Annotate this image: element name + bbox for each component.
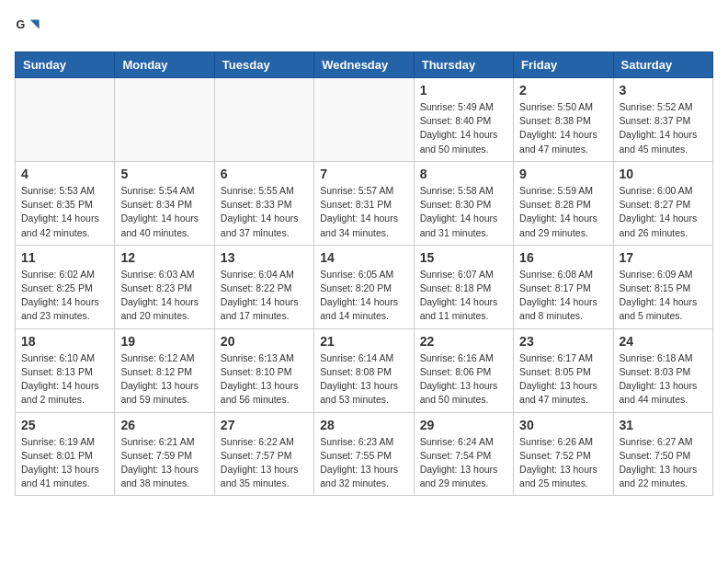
calendar-week-5: 25Sunrise: 6:19 AM Sunset: 8:01 PM Dayli… xyxy=(16,412,713,496)
day-info: Sunrise: 6:10 AM Sunset: 8:13 PM Dayligh… xyxy=(21,351,108,408)
day-info: Sunrise: 5:49 AM Sunset: 8:40 PM Dayligh… xyxy=(420,100,507,156)
day-number: 15 xyxy=(420,250,507,265)
day-number: 17 xyxy=(620,250,707,265)
day-number: 2 xyxy=(519,83,607,98)
calendar-cell: 1Sunrise: 5:49 AM Sunset: 8:40 PM Daylig… xyxy=(414,78,513,162)
calendar-cell: 5Sunrise: 5:54 AM Sunset: 8:34 PM Daylig… xyxy=(115,161,214,245)
calendar-cell: 11Sunrise: 6:02 AM Sunset: 8:25 PM Dayli… xyxy=(16,245,115,328)
day-info: Sunrise: 6:07 AM Sunset: 8:18 PM Dayligh… xyxy=(420,268,507,324)
calendar-cell: 28Sunrise: 6:23 AM Sunset: 7:55 PM Dayli… xyxy=(314,412,414,496)
day-number: 4 xyxy=(21,167,108,181)
calendar-cell: 18Sunrise: 6:10 AM Sunset: 8:13 PM Dayli… xyxy=(16,328,115,412)
day-info: Sunrise: 5:59 AM Sunset: 8:28 PM Dayligh… xyxy=(519,184,607,240)
calendar-cell: 13Sunrise: 6:04 AM Sunset: 8:22 PM Dayli… xyxy=(214,245,313,328)
day-number: 1 xyxy=(420,83,507,98)
day-info: Sunrise: 6:14 AM Sunset: 8:08 PM Dayligh… xyxy=(320,351,407,408)
day-number: 9 xyxy=(519,167,607,181)
day-info: Sunrise: 6:16 AM Sunset: 8:06 PM Dayligh… xyxy=(420,351,507,408)
calendar-cell: 6Sunrise: 5:55 AM Sunset: 8:33 PM Daylig… xyxy=(214,161,313,245)
header-tuesday: Tuesday xyxy=(214,52,313,78)
day-number: 10 xyxy=(620,167,707,181)
calendar-cell: 22Sunrise: 6:16 AM Sunset: 8:06 PM Dayli… xyxy=(414,328,513,412)
calendar-cell: 31Sunrise: 6:27 AM Sunset: 7:50 PM Dayli… xyxy=(613,412,712,496)
calendar-cell: 23Sunrise: 6:17 AM Sunset: 8:05 PM Dayli… xyxy=(514,328,613,412)
day-info: Sunrise: 6:02 AM Sunset: 8:25 PM Dayligh… xyxy=(21,268,108,324)
calendar-cell: 8Sunrise: 5:58 AM Sunset: 8:30 PM Daylig… xyxy=(414,161,513,245)
day-number: 28 xyxy=(320,418,407,432)
calendar-header-row: SundayMondayTuesdayWednesdayThursdayFrid… xyxy=(16,52,713,78)
calendar-cell: 24Sunrise: 6:18 AM Sunset: 8:03 PM Dayli… xyxy=(613,328,712,412)
calendar-cell: 30Sunrise: 6:26 AM Sunset: 7:52 PM Dayli… xyxy=(514,412,613,496)
calendar-cell: 2Sunrise: 5:50 AM Sunset: 8:38 PM Daylig… xyxy=(514,78,613,162)
day-info: Sunrise: 6:23 AM Sunset: 7:55 PM Dayligh… xyxy=(320,435,407,491)
day-number: 7 xyxy=(320,167,407,181)
calendar-cell xyxy=(214,78,313,162)
day-info: Sunrise: 6:08 AM Sunset: 8:17 PM Dayligh… xyxy=(519,268,607,324)
header-wednesday: Wednesday xyxy=(314,52,414,78)
day-info: Sunrise: 6:21 AM Sunset: 7:59 PM Dayligh… xyxy=(120,435,208,491)
logo: G xyxy=(15,15,44,40)
calendar-cell: 21Sunrise: 6:14 AM Sunset: 8:08 PM Dayli… xyxy=(314,328,414,412)
day-number: 31 xyxy=(620,418,707,432)
day-number: 18 xyxy=(21,334,108,349)
day-number: 25 xyxy=(21,418,108,432)
day-info: Sunrise: 6:27 AM Sunset: 7:50 PM Dayligh… xyxy=(620,435,707,491)
calendar-cell: 26Sunrise: 6:21 AM Sunset: 7:59 PM Dayli… xyxy=(115,412,214,496)
day-info: Sunrise: 6:13 AM Sunset: 8:10 PM Dayligh… xyxy=(221,351,308,408)
calendar-cell xyxy=(16,78,115,162)
calendar-week-1: 1Sunrise: 5:49 AM Sunset: 8:40 PM Daylig… xyxy=(16,78,713,162)
day-info: Sunrise: 6:12 AM Sunset: 8:12 PM Dayligh… xyxy=(120,351,208,408)
page-header: G xyxy=(15,15,713,40)
header-saturday: Saturday xyxy=(613,52,712,78)
day-info: Sunrise: 6:26 AM Sunset: 7:52 PM Dayligh… xyxy=(519,435,607,491)
day-info: Sunrise: 5:55 AM Sunset: 8:33 PM Dayligh… xyxy=(221,184,308,240)
header-friday: Friday xyxy=(514,52,613,78)
calendar-cell: 9Sunrise: 5:59 AM Sunset: 8:28 PM Daylig… xyxy=(514,161,613,245)
calendar-cell: 16Sunrise: 6:08 AM Sunset: 8:17 PM Dayli… xyxy=(514,245,613,328)
day-info: Sunrise: 6:24 AM Sunset: 7:54 PM Dayligh… xyxy=(420,435,507,491)
logo-icon: G xyxy=(15,15,40,40)
calendar-cell: 19Sunrise: 6:12 AM Sunset: 8:12 PM Dayli… xyxy=(115,328,214,412)
day-number: 23 xyxy=(519,334,607,349)
day-number: 19 xyxy=(120,334,208,349)
day-number: 21 xyxy=(320,334,407,349)
day-info: Sunrise: 6:18 AM Sunset: 8:03 PM Dayligh… xyxy=(620,351,707,408)
day-info: Sunrise: 5:54 AM Sunset: 8:34 PM Dayligh… xyxy=(120,184,208,240)
calendar-cell xyxy=(314,78,414,162)
day-number: 30 xyxy=(519,418,607,432)
day-info: Sunrise: 5:50 AM Sunset: 8:38 PM Dayligh… xyxy=(519,100,607,156)
svg-marker-1 xyxy=(30,20,40,29)
calendar-cell: 27Sunrise: 6:22 AM Sunset: 7:57 PM Dayli… xyxy=(214,412,313,496)
calendar-cell: 10Sunrise: 6:00 AM Sunset: 8:27 PM Dayli… xyxy=(613,161,712,245)
calendar-cell xyxy=(115,78,214,162)
header-sunday: Sunday xyxy=(16,52,115,78)
calendar-cell: 17Sunrise: 6:09 AM Sunset: 8:15 PM Dayli… xyxy=(613,245,712,328)
calendar-cell: 20Sunrise: 6:13 AM Sunset: 8:10 PM Dayli… xyxy=(214,328,313,412)
calendar-cell: 29Sunrise: 6:24 AM Sunset: 7:54 PM Dayli… xyxy=(414,412,513,496)
day-number: 13 xyxy=(221,250,308,265)
day-info: Sunrise: 5:52 AM Sunset: 8:37 PM Dayligh… xyxy=(620,100,707,156)
header-thursday: Thursday xyxy=(414,52,513,78)
day-number: 11 xyxy=(21,250,108,265)
day-info: Sunrise: 6:19 AM Sunset: 8:01 PM Dayligh… xyxy=(21,435,108,491)
calendar-cell: 15Sunrise: 6:07 AM Sunset: 8:18 PM Dayli… xyxy=(414,245,513,328)
day-number: 8 xyxy=(420,167,507,181)
day-info: Sunrise: 6:17 AM Sunset: 8:05 PM Dayligh… xyxy=(519,351,607,408)
day-number: 5 xyxy=(120,167,208,181)
day-number: 20 xyxy=(221,334,308,349)
day-number: 29 xyxy=(420,418,507,432)
day-info: Sunrise: 5:57 AM Sunset: 8:31 PM Dayligh… xyxy=(320,184,407,240)
day-info: Sunrise: 6:03 AM Sunset: 8:23 PM Dayligh… xyxy=(120,268,208,324)
day-info: Sunrise: 6:04 AM Sunset: 8:22 PM Dayligh… xyxy=(221,268,308,324)
calendar-cell: 4Sunrise: 5:53 AM Sunset: 8:35 PM Daylig… xyxy=(16,161,115,245)
day-info: Sunrise: 5:58 AM Sunset: 8:30 PM Dayligh… xyxy=(420,184,507,240)
svg-text:G: G xyxy=(16,18,25,31)
header-monday: Monday xyxy=(115,52,214,78)
calendar-cell: 12Sunrise: 6:03 AM Sunset: 8:23 PM Dayli… xyxy=(115,245,214,328)
calendar-table: SundayMondayTuesdayWednesdayThursdayFrid… xyxy=(15,52,713,496)
calendar-cell: 7Sunrise: 5:57 AM Sunset: 8:31 PM Daylig… xyxy=(314,161,414,245)
day-number: 3 xyxy=(620,83,707,98)
day-number: 24 xyxy=(620,334,707,349)
calendar-cell: 3Sunrise: 5:52 AM Sunset: 8:37 PM Daylig… xyxy=(613,78,712,162)
day-number: 26 xyxy=(120,418,208,432)
